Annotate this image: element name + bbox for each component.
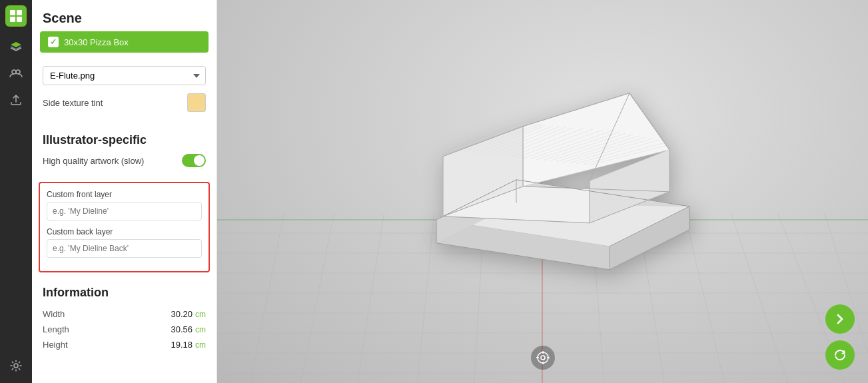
info-width-key: Width bbox=[43, 309, 65, 319]
info-row-width: Width 30.20 cm bbox=[43, 306, 206, 322]
custom-front-input[interactable] bbox=[47, 202, 202, 220]
custom-back-label: Custom back layer bbox=[47, 227, 202, 236]
texture-section: E-Flute.png B-Flute.png No texture Side … bbox=[32, 61, 217, 128]
pizza-box-3d bbox=[370, 73, 716, 288]
svg-point-6 bbox=[14, 364, 18, 368]
info-height-key: Height bbox=[43, 340, 68, 350]
texture-tint-label: Side texture tint bbox=[43, 98, 103, 108]
texture-dropdown[interactable]: E-Flute.png B-Flute.png No texture bbox=[43, 66, 206, 85]
upload-icon[interactable] bbox=[4, 88, 28, 112]
app-logo[interactable] bbox=[5, 5, 27, 27]
group-icon[interactable] bbox=[4, 61, 28, 85]
svg-point-65 bbox=[538, 352, 548, 363]
illustrator-section: Illustrator-specific High quality artwor… bbox=[32, 128, 217, 182]
information-title: Information bbox=[43, 286, 206, 300]
scene-item-checkbox[interactable] bbox=[48, 37, 59, 47]
custom-back-group: Custom back layer bbox=[47, 227, 202, 258]
box-svg bbox=[370, 73, 716, 286]
texture-dropdown-row: E-Flute.png B-Flute.png No texture bbox=[43, 66, 206, 85]
information-section: Information Width 30.20 cm Length 30.56 … bbox=[32, 280, 217, 363]
refresh-button[interactable] bbox=[825, 340, 855, 370]
sidebar-title: Scene bbox=[32, 0, 217, 31]
svg-line-15 bbox=[250, 213, 284, 383]
info-height-unit: cm bbox=[195, 340, 206, 350]
settings-icon[interactable] bbox=[4, 354, 28, 378]
custom-front-label: Custom front layer bbox=[47, 190, 202, 199]
info-length-value: 30.56 cm bbox=[171, 324, 206, 334]
info-length-unit: cm bbox=[195, 325, 206, 334]
info-height-number: 19.18 bbox=[171, 340, 193, 350]
svg-line-24 bbox=[731, 213, 788, 383]
illustrator-title: Illustrator-specific bbox=[43, 133, 206, 147]
custom-layers-section: Custom front layer Custom back layer bbox=[39, 182, 210, 272]
svg-rect-0 bbox=[10, 10, 15, 15]
info-row-height: Height 19.18 cm bbox=[43, 337, 206, 352]
high-quality-row: High quality artwork (slow) bbox=[43, 154, 206, 167]
next-button[interactable] bbox=[825, 304, 855, 334]
sidebar: Scene 30x30 Pizza Box E-Flute.png B-Flut… bbox=[32, 0, 217, 383]
custom-back-input[interactable] bbox=[47, 239, 202, 258]
info-height-value: 19.18 cm bbox=[171, 340, 206, 350]
svg-point-4 bbox=[12, 70, 16, 74]
texture-tint-swatch[interactable] bbox=[187, 93, 206, 112]
info-row-length: Length 30.56 cm bbox=[43, 322, 206, 337]
target-button[interactable] bbox=[531, 346, 555, 370]
scene-item-label: 30x30 Pizza Box bbox=[64, 37, 129, 47]
svg-point-5 bbox=[16, 70, 20, 74]
high-quality-toggle[interactable] bbox=[182, 154, 206, 167]
info-width-unit: cm bbox=[195, 310, 206, 319]
high-quality-label: High quality artwork (slow) bbox=[43, 156, 144, 166]
svg-rect-3 bbox=[17, 17, 22, 22]
custom-front-group: Custom front layer bbox=[47, 190, 202, 220]
info-width-number: 30.20 bbox=[171, 309, 193, 319]
svg-rect-1 bbox=[17, 10, 22, 15]
layers-icon[interactable] bbox=[4, 35, 28, 59]
svg-point-66 bbox=[541, 356, 545, 360]
info-length-key: Length bbox=[43, 324, 69, 334]
texture-tint-row: Side texture tint bbox=[43, 93, 206, 112]
info-width-value: 30.20 cm bbox=[171, 309, 206, 319]
svg-line-16 bbox=[300, 213, 334, 383]
info-length-number: 30.56 bbox=[171, 324, 193, 334]
fab-container bbox=[825, 304, 855, 370]
scene-item-pizza-box[interactable]: 30x30 Pizza Box bbox=[40, 31, 209, 53]
svg-rect-2 bbox=[10, 17, 15, 22]
left-nav bbox=[0, 0, 32, 383]
main-viewport[interactable] bbox=[217, 0, 868, 383]
